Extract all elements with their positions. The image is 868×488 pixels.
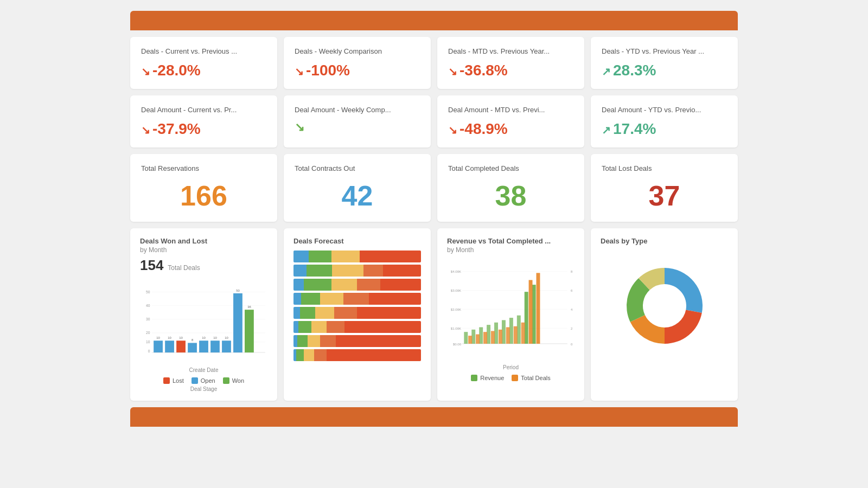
svg-rect-49 [491,331,495,344]
forecast-seg-3-4 [369,293,421,305]
bar-chart-area: 50 40 30 20 10 0 10 10 10 8 [140,278,267,365]
svg-text:8: 8 [192,338,193,342]
card-title-amount-ytd: Deal Amount - YTD vs. Previo... [602,105,727,115]
card-value-deals-weekly: -100% [295,62,420,79]
svg-text:36: 36 [247,305,251,308]
legend-label-won: Won [232,377,244,384]
svg-rect-54 [529,280,533,344]
forecast-row-2 [293,279,421,291]
forecast-seg-7-4 [327,349,421,361]
svg-text:50: 50 [146,290,150,294]
chart-card-deals-by-type: Deals by Type [591,228,738,401]
svg-text:40: 40 [146,304,150,307]
legend-lost: Lost [163,377,184,384]
svg-text:10: 10 [156,336,160,339]
forecast-seg-7-2 [304,349,314,361]
stat-title-total-lost: Total Lost Deals [602,164,727,174]
card-title-amount-weekly: Deal Amount - Weekly Comp... [295,105,420,115]
svg-text:50: 50 [236,288,240,292]
forecast-seg-0-1 [309,251,331,262]
svg-rect-43 [517,315,521,343]
chart-subtitle-won-lost: by Month [140,246,267,254]
forecast-seg-1-4 [383,265,422,277]
svg-rect-39 [487,325,490,344]
forecast-seg-3-1 [301,293,320,305]
svg-rect-40 [494,322,498,343]
chart-title-won-lost: Deals Won and Lost [140,237,267,245]
svg-rect-45 [532,285,536,344]
svg-rect-55 [537,273,540,344]
svg-text:30: 30 [146,317,150,321]
forecast-seg-4-0 [293,307,300,319]
stat-card-total-reservations: Total Reservations 166 [130,154,277,221]
forecast-seg-4-1 [300,307,315,319]
forecast-seg-2-2 [331,279,357,291]
card-value-amount-current-prev: -37.9% [141,120,266,138]
svg-text:$1.00K: $1.00K [451,326,461,330]
donut-segment [665,310,702,344]
svg-text:10: 10 [202,336,206,339]
forecast-seg-3-0 [293,293,301,305]
legend-revenue: Revenue [471,375,504,381]
svg-rect-36 [464,332,468,344]
bar-jun [210,341,220,352]
svg-rect-51 [506,327,510,343]
svg-rect-50 [499,329,502,343]
svg-text:4: 4 [571,307,573,311]
forecast-seg-6-4 [336,335,421,347]
legend-won: Won [223,377,244,384]
card-title-deals-current-prev: Deals - Current vs. Previous ... [141,47,266,56]
card-title-amount-current-prev: Deal Amount - Current vs. Pr... [141,105,266,115]
bar-mar [176,341,186,352]
forecast-seg-1-1 [307,265,332,277]
chart-title-deals-type: Deals by Type [601,237,728,245]
card-value-amount-weekly: ↘ [295,120,420,134]
card-amount-current-prev: Deal Amount - Current vs. Pr... -37.9% [130,95,277,147]
card-title-deals-mtd: Deals - MTD vs. Previous Year... [448,47,573,56]
svg-text:10: 10 [146,340,150,344]
bar-sep [245,310,254,352]
card-value-amount-ytd: 17.4% [602,120,727,138]
chart-title-revenue: Revenue vs Total Completed ... [447,237,575,245]
legend-dot-won [223,377,229,384]
chart-total-won-lost: 154 Total Deals [140,257,267,274]
card-deals-mtd: Deals - MTD vs. Previous Year... -36.8% [437,37,584,89]
arrow-icon-amount-ytd [602,120,611,138]
svg-text:2: 2 [571,326,573,330]
arrow-icon-amount-current-prev [141,120,150,138]
chart-total-label: Total Deals [168,264,200,272]
forecast-seg-4-3 [334,307,357,319]
chart-subtitle-revenue: by Month [447,246,575,254]
bar-chart-svg: 50 40 30 20 10 0 10 10 10 8 [140,278,267,365]
forecast-seg-4-2 [315,307,334,319]
legend-dot-open [192,377,198,384]
stat-card-total-lost: Total Lost Deals 37 [591,154,738,221]
stat-card-total-contracts: Total Contracts Out 42 [284,154,431,221]
svg-rect-42 [509,318,513,344]
svg-rect-53 [521,322,525,343]
revenue-svg: $4.00K $3.00K $2.00K $1.00K $0.00 8 6 4 … [447,259,575,362]
forecast-row-3 [293,293,421,305]
donut-svg [613,252,716,365]
forecast-seg-2-3 [357,279,380,291]
stat-value-total-lost: 37 [602,179,727,212]
card-deals-current-prev: Deals - Current vs. Previous ... -28.0% [130,37,277,89]
forecast-seg-0-2 [331,251,360,262]
forecast-seg-5-3 [327,321,344,333]
stat-value-total-contracts: 42 [295,179,420,212]
legend-label-open: Open [201,377,215,384]
forecast-row-4 [293,307,421,319]
bar-chart-legend: Lost Open Won [140,377,267,384]
stat-card-total-completed: Total Completed Deals 38 [437,154,584,221]
chart-title-forecast: Deals Forecast [293,237,421,245]
legend-dot-revenue [471,375,477,381]
forecast-seg-2-0 [293,279,304,291]
forecast-seg-2-4 [380,279,421,291]
card-value-deals-mtd: -36.8% [448,62,573,79]
legend-label-total-deals: Total Deals [521,375,550,381]
forecast-seg-1-2 [332,265,364,277]
forecast-row-7 [293,349,421,361]
stat-value-total-completed: 38 [448,179,573,212]
forecast-seg-6-0 [293,335,297,347]
forecast-seg-6-1 [297,335,308,347]
